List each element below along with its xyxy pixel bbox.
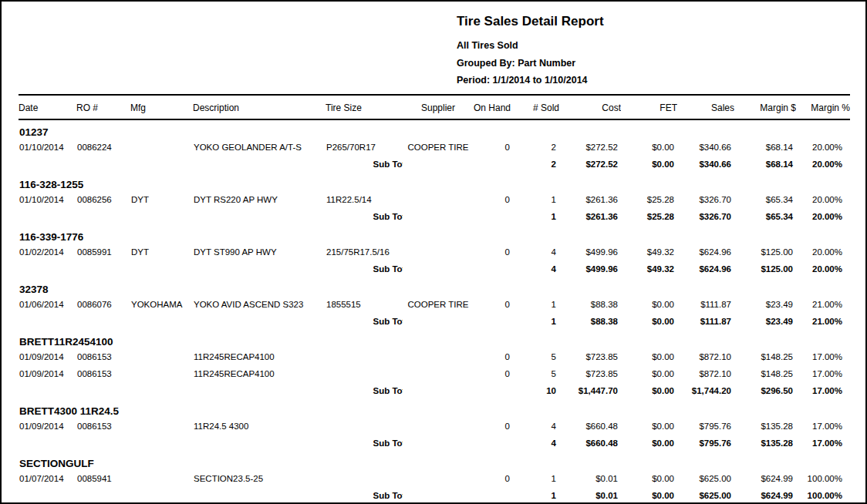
cell-margin-percent: 17.00% <box>796 365 850 382</box>
sub-total-margin-dollars: $296.50 <box>734 382 796 399</box>
sub-total-margin-dollars: $624.99 <box>734 487 796 504</box>
column-header-fet: FET <box>621 95 677 119</box>
report-subtitle-period: Period: 1/1/2014 to 1/10/2014 <box>457 72 865 89</box>
cell-ro-number: 0086153 <box>76 365 130 382</box>
cell-mfg <box>130 470 193 487</box>
report-table-body: 0123701/10/20140086224YOKO GEOLANDER A/T… <box>19 119 850 504</box>
sub-total-num-sold: 4 <box>516 260 559 277</box>
sub-total-cost: $499.96 <box>559 260 621 277</box>
sub-total-fet: $0.00 <box>621 487 677 504</box>
report-subtitle-grouping: Grouped By: Part Number <box>457 55 865 72</box>
cell-num-sold: 1 <box>516 296 559 313</box>
group-name: 116-328-1255 <box>19 173 850 191</box>
report-table: Date RO # Mfg Description Tire Size Supp… <box>19 94 850 504</box>
sub-total-margin-dollars: $65.34 <box>734 208 796 225</box>
cell-sales: $795.76 <box>677 418 734 435</box>
cell-supplier <box>403 244 474 260</box>
sub-total-margin-percent: 17.00% <box>796 382 850 399</box>
table-row: 01/09/2014008615311R245RECAP410005$723.8… <box>19 365 850 382</box>
sub-total-cost: $0.01 <box>559 487 621 504</box>
cell-cost: $660.48 <box>559 418 621 435</box>
sub-total-row: Sub Total4$499.96$49.32$624.96$125.0020.… <box>19 260 850 277</box>
group-name: BRETT11R2454100 <box>19 330 850 348</box>
sub-total-label: Sub Total <box>373 491 403 500</box>
sub-total-supplier-cell <box>403 156 474 173</box>
column-header-supplier: Supplier <box>403 95 474 119</box>
cell-num-sold: 4 <box>516 418 559 435</box>
sub-total-cost: $660.48 <box>559 435 621 452</box>
sub-total-label-cell: Sub Total <box>19 208 403 225</box>
cell-fet: $0.00 <box>621 296 677 313</box>
cell-margin-percent: 20.00% <box>796 244 850 260</box>
cell-on-hand: 0 <box>474 470 516 487</box>
cell-on-hand: 0 <box>474 244 516 260</box>
cell-sales: $624.96 <box>677 244 734 260</box>
cell-margin-dollars: $148.25 <box>734 365 796 382</box>
cell-margin-percent: 17.00% <box>796 348 850 365</box>
sub-total-margin-dollars: $125.00 <box>734 260 796 277</box>
table-row: 01/06/20140086076YOKOHAMAYOKO AVID ASCEN… <box>19 296 850 313</box>
cell-fet: $25.28 <box>621 191 677 208</box>
column-header-ro-number: RO # <box>76 95 130 119</box>
cell-cost: $723.85 <box>559 365 621 382</box>
cell-supplier <box>403 348 474 365</box>
sub-total-label-cell: Sub Total <box>19 260 403 277</box>
cell-on-hand: 0 <box>474 296 516 313</box>
cell-date: 01/09/2014 <box>19 418 76 435</box>
sub-total-label: Sub Total <box>373 264 403 274</box>
table-row: 01/07/20140085941SECTION23.5-2501$0.01$0… <box>19 470 850 487</box>
cell-sales: $340.66 <box>677 139 734 156</box>
sub-total-on-hand-cell <box>474 260 516 277</box>
cell-margin-dollars: $148.25 <box>734 348 796 365</box>
report-page: Tire Sales Detail Report All Tires Sold … <box>0 0 867 504</box>
sub-total-row: Sub Total1$88.38$0.00$111.87$23.4921.00% <box>19 313 850 330</box>
cell-ro-number: 0086153 <box>76 348 130 365</box>
cell-mfg: YOKOHAMA <box>130 296 193 313</box>
column-header-sales: Sales <box>677 95 734 119</box>
sub-total-on-hand-cell <box>474 313 516 330</box>
cell-margin-percent: 100.00% <box>796 470 850 487</box>
cell-tire-size <box>326 365 403 382</box>
cell-sales: $872.10 <box>677 348 734 365</box>
cell-num-sold: 5 <box>516 365 559 382</box>
cell-mfg <box>130 139 193 156</box>
sub-total-supplier-cell <box>403 487 474 504</box>
sub-total-supplier-cell <box>403 313 474 330</box>
cell-tire-size <box>326 470 403 487</box>
cell-sales: $111.87 <box>677 296 734 313</box>
cell-fet: $0.00 <box>621 418 677 435</box>
sub-total-row: Sub Total1$0.01$0.00$625.00$624.99100.00… <box>19 487 850 504</box>
cell-ro-number: 0086256 <box>76 191 130 208</box>
sub-total-margin-dollars: $23.49 <box>734 313 796 330</box>
sub-total-margin-percent: 100.00% <box>796 487 850 504</box>
cell-margin-percent: 17.00% <box>796 418 850 435</box>
cell-supplier: COOPER TIRE <box>403 296 474 313</box>
cell-on-hand: 0 <box>474 365 516 382</box>
report-header: Tire Sales Detail Report All Tires Sold … <box>2 2 865 89</box>
cell-ro-number: 0085991 <box>76 244 130 260</box>
sub-total-label-cell: Sub Total <box>19 382 403 399</box>
column-header-tire-size: Tire Size <box>326 95 403 119</box>
sub-total-label: Sub Total <box>373 438 403 448</box>
sub-total-sales: $111.87 <box>677 313 734 330</box>
cell-sales: $872.10 <box>677 365 734 382</box>
cell-mfg <box>130 348 193 365</box>
cell-sales: $326.70 <box>677 191 734 208</box>
cell-supplier <box>403 365 474 382</box>
cell-supplier <box>403 418 474 435</box>
sub-total-margin-dollars: $68.14 <box>734 156 796 173</box>
sub-total-cost: $1,447.70 <box>559 382 621 399</box>
sub-total-row: Sub Total1$261.36$25.28$326.70$65.3420.0… <box>19 208 850 225</box>
cell-cost: $88.38 <box>559 296 621 313</box>
table-row: 01/09/2014008615311R245RECAP410005$723.8… <box>19 348 850 365</box>
sub-total-margin-percent: 20.00% <box>796 208 850 225</box>
cell-ro-number: 0086224 <box>76 139 130 156</box>
cell-num-sold: 2 <box>516 139 559 156</box>
cell-margin-dollars: $65.34 <box>734 191 796 208</box>
sub-total-label-cell: Sub Total <box>19 435 403 452</box>
table-row: 01/10/20140086256DYTDYT RS220 AP HWY11R2… <box>19 191 850 208</box>
sub-total-supplier-cell <box>403 208 474 225</box>
cell-on-hand: 0 <box>474 191 516 208</box>
cell-tire-size: P265/70R17 <box>326 139 403 156</box>
group-name: 01237 <box>19 119 850 139</box>
